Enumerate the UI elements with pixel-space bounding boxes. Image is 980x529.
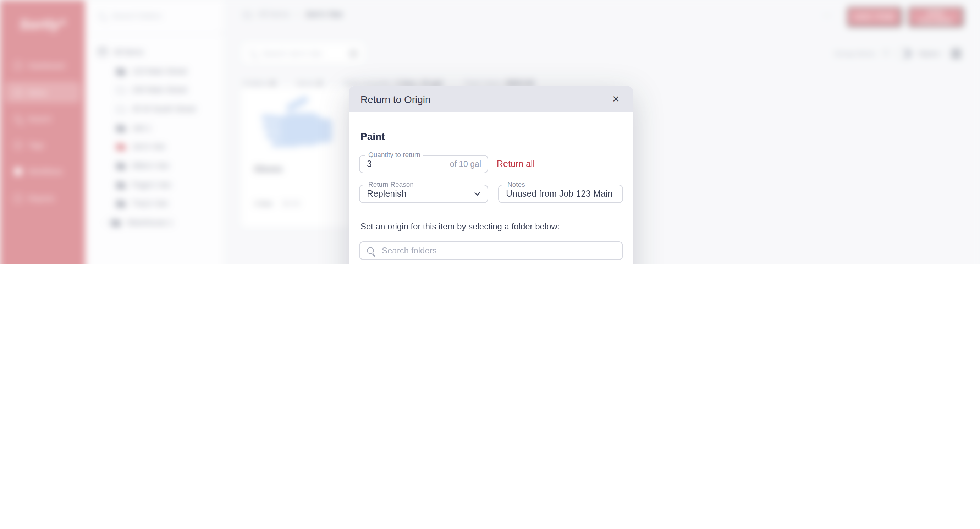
modal-title: Return to Origin xyxy=(361,93,431,105)
chevron-down-icon xyxy=(474,192,480,196)
return-reason-value: Replenish xyxy=(367,185,406,202)
return-reason-select[interactable]: Return Reason Replenish xyxy=(359,185,488,203)
quantity-field[interactable]: Quantity to return of 10 gal xyxy=(359,155,488,173)
app-root: Sortly* Dashboard Items Search Tags Work… xyxy=(0,0,980,264)
folder-option[interactable]: 45 W South Street xyxy=(360,264,622,264)
modal-folder-search[interactable] xyxy=(359,241,623,260)
close-icon[interactable]: ✕ xyxy=(609,92,622,105)
origin-instruction: Set an origin for this item by selecting… xyxy=(361,221,560,231)
notes-field-label: Notes xyxy=(504,180,528,188)
notes-field[interactable]: Notes xyxy=(498,185,623,203)
divider xyxy=(349,143,633,143)
return-all-link[interactable]: Return all xyxy=(497,155,535,173)
search-icon xyxy=(367,247,374,254)
item-name: Paint xyxy=(361,131,385,142)
quantity-field-label: Quantity to return xyxy=(366,151,423,158)
return-to-origin-modal: Return to Origin ✕ Paint Quantity to ret… xyxy=(349,86,633,264)
modal-folder-search-input[interactable] xyxy=(380,245,615,257)
modal-header: Return to Origin ✕ xyxy=(349,86,633,112)
folder-picker-list: 45 W South Street Job 1 Jon's Van Mike's… xyxy=(359,264,623,264)
